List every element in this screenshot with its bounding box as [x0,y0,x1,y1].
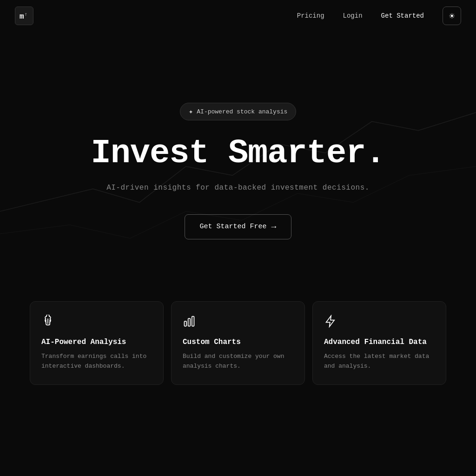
nav-get-started[interactable]: Get Started [381,12,424,20]
svg-text:m: m [20,13,24,21]
cta-button[interactable]: Get Started Free → [185,214,292,239]
sparkle-icon: ✦ [189,107,193,116]
hero-title: Invest Smarter. [91,135,385,172]
feature-card-ai-analysis: AI-Powered Analysis Transform earnings c… [30,301,164,385]
logo[interactable]: m ↑ [15,7,33,25]
feature-title-charts: Custom Charts [183,338,293,346]
nav-links: Pricing Login Get Started ☀ [297,7,461,25]
hero-section: ✦ AI-powered stock analysis Invest Smart… [0,32,476,301]
bolt-icon [324,315,435,331]
svg-rect-4 [192,317,194,326]
feature-title-financial: Advanced Financial Data [324,338,435,346]
sun-icon: ☀ [449,12,455,20]
logo-mark: m ↑ [15,7,33,25]
nav-login[interactable]: Login [343,12,363,20]
ai-badge: ✦ AI-powered stock analysis [180,103,297,120]
cta-label: Get Started Free [200,223,267,231]
feature-card-charts: Custom Charts Build and customize your o… [171,301,305,385]
nav-pricing[interactable]: Pricing [297,12,324,20]
features-grid: AI-Powered Analysis Transform earnings c… [0,301,476,422]
hero-subtitle: AI-driven insights for data-backed inves… [106,184,370,192]
feature-card-financial: Advanced Financial Data Access the lates… [312,301,446,385]
feature-desc-charts: Build and customize your own analysis ch… [183,352,293,371]
arrow-right-icon: → [271,222,277,231]
brain-icon [41,315,152,331]
svg-rect-3 [188,318,191,326]
svg-text:↑: ↑ [25,12,27,17]
feature-desc-financial: Access the latest market data and analys… [324,352,435,371]
theme-toggle-button[interactable]: ☀ [443,7,461,25]
bar-chart-icon [183,315,293,331]
svg-rect-2 [185,321,187,326]
badge-text: AI-powered stock analysis [197,108,287,115]
feature-title-ai: AI-Powered Analysis [41,338,152,346]
feature-desc-ai: Transform earnings calls into interactiv… [41,352,152,371]
navbar: m ↑ Pricing Login Get Started ☀ [0,0,476,32]
